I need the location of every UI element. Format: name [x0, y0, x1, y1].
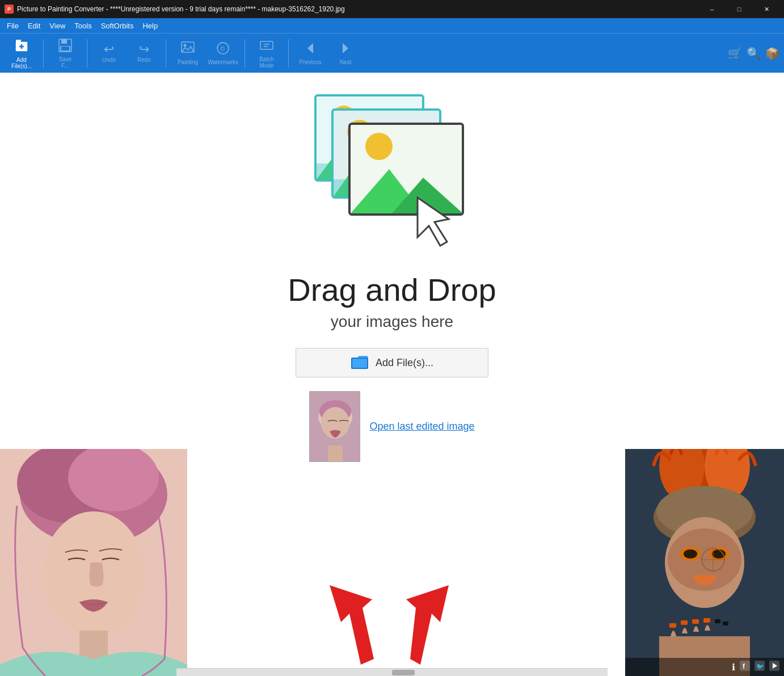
box-icon[interactable]: 📦 [765, 47, 779, 60]
close-button[interactable]: ✕ [753, 0, 779, 18]
toolbar-group-batch: BatchMode [250, 36, 284, 70]
batch-mode-icon [259, 38, 274, 55]
previous-label: Previous [300, 59, 322, 65]
menu-edit[interactable]: Edit [23, 20, 45, 31]
add-files-folder-icon [351, 354, 369, 372]
save-toolbar-button[interactable]: SaveF... [48, 36, 82, 70]
svg-point-59 [365, 133, 393, 160]
watermarks-label: Watermarks [208, 59, 238, 65]
svg-rect-42 [703, 618, 710, 623]
add-files-button[interactable]: Add File(s)... [296, 348, 488, 377]
add-files-icon [14, 37, 29, 56]
facebook-icon[interactable]: f [740, 661, 750, 673]
next-label: Next [340, 59, 352, 65]
svg-rect-41 [692, 619, 699, 624]
save-icon [58, 38, 73, 55]
watermarks-toolbar-button[interactable]: © Watermarks [206, 36, 240, 70]
save-label: SaveF... [59, 56, 72, 69]
svg-text:🐦: 🐦 [756, 662, 764, 670]
title-bar-title: Picture to Painting Converter - ****Unre… [17, 5, 699, 13]
info-icon[interactable]: ℹ [732, 662, 735, 673]
right-sample-image [625, 449, 784, 676]
svg-marker-70 [330, 585, 374, 665]
open-last-row: Open last edited image [309, 391, 474, 462]
toolbar-sep-5 [288, 39, 289, 68]
svg-rect-39 [669, 623, 676, 628]
svg-rect-3 [16, 40, 21, 43]
twitter-icon[interactable]: 🐦 [755, 661, 765, 673]
redo-icon: ↪ [139, 43, 149, 56]
svg-point-33 [684, 549, 697, 559]
youtube-icon[interactable] [769, 661, 779, 673]
scrollbar-thumb[interactable] [392, 670, 415, 675]
menu-help[interactable]: Help [138, 20, 162, 31]
painting-toolbar-button[interactable]: Painting [171, 36, 205, 70]
next-toolbar-button[interactable]: Next [328, 36, 363, 70]
svg-marker-16 [343, 43, 348, 53]
left-sample-image [0, 449, 187, 676]
svg-rect-64 [352, 359, 367, 368]
svg-rect-7 [61, 47, 69, 51]
svg-rect-72 [740, 661, 750, 671]
menu-softorbits[interactable]: SoftOrbits [96, 20, 138, 31]
dnd-illustration [304, 90, 480, 266]
bottom-bar: ℹ f 🐦 [625, 658, 784, 676]
toolbar-sep-1 [43, 39, 44, 68]
watermarks-icon: © [216, 41, 230, 58]
undo-icon: ↩ [104, 43, 114, 56]
previous-toolbar-button[interactable]: Previous [293, 36, 327, 70]
svg-text:©: © [220, 45, 225, 52]
last-image-thumbnail [309, 391, 360, 462]
add-files-button-label: Add File(s)... [376, 357, 433, 369]
cart-icon[interactable]: 🛒 [728, 47, 742, 60]
svg-marker-15 [307, 43, 313, 53]
main-content: Drag and Drop your images here Add File(… [0, 73, 784, 676]
add-files-label: AddFile(s)... [11, 57, 32, 69]
svg-rect-44 [723, 622, 728, 625]
svg-rect-69 [328, 446, 343, 462]
redo-label: Redo [137, 57, 151, 63]
svg-rect-12 [260, 41, 273, 49]
svg-rect-40 [681, 620, 688, 625]
toolbar-group-save: SaveF... [48, 36, 82, 70]
svg-rect-5 [61, 39, 67, 44]
undo-toolbar-button[interactable]: ↩ Undo [92, 36, 126, 70]
batch-mode-toolbar-button[interactable]: BatchMode [250, 36, 284, 70]
drag-drop-subtitle: your images here [331, 313, 453, 331]
svg-point-9 [184, 44, 187, 47]
toolbar-group-add: AddFile(s)... [5, 36, 39, 70]
toolbar-group-undoredo: ↩ Undo ↪ Redo [92, 36, 161, 70]
toolbar-sep-3 [166, 39, 166, 68]
maximize-button[interactable]: □ [726, 0, 752, 18]
svg-rect-8 [182, 42, 194, 52]
title-bar-controls: – □ ✕ [699, 0, 779, 18]
menu-file[interactable]: File [2, 20, 23, 31]
toolbar-group-painting: Painting © Watermarks [171, 36, 240, 70]
minimize-button[interactable]: – [699, 0, 725, 18]
menu-view[interactable]: View [45, 20, 70, 31]
scrollbar-area[interactable] [176, 668, 608, 676]
search-icon[interactable]: 🔍 [747, 47, 761, 60]
painting-icon [180, 41, 195, 58]
drag-drop-title: Drag and Drop [288, 271, 496, 308]
app-icon: P [5, 5, 14, 14]
open-last-link[interactable]: Open last edited image [369, 420, 474, 433]
title-bar: P Picture to Painting Converter - ****Un… [0, 0, 784, 18]
previous-icon [303, 41, 318, 58]
arrows-container [273, 568, 511, 670]
undo-label: Undo [102, 57, 116, 63]
painting-label: Painting [178, 59, 198, 65]
center-panel: Drag and Drop your images here Add File(… [176, 73, 608, 676]
toolbar-sep-2 [87, 39, 87, 68]
svg-marker-71 [406, 585, 449, 665]
menu-tools[interactable]: Tools [70, 20, 96, 31]
add-files-toolbar-button[interactable]: AddFile(s)... [5, 36, 39, 70]
toolbar-sep-4 [245, 39, 245, 68]
redo-toolbar-button[interactable]: ↪ Redo [127, 36, 161, 70]
batch-mode-label: BatchMode [259, 56, 274, 69]
svg-point-34 [712, 549, 726, 559]
toolbar: AddFile(s)... SaveF... ↩ Undo ↪ Redo [0, 33, 784, 73]
svg-rect-43 [715, 619, 720, 623]
menu-bar: File Edit View Tools SoftOrbits Help [0, 18, 784, 33]
next-icon [338, 41, 353, 58]
